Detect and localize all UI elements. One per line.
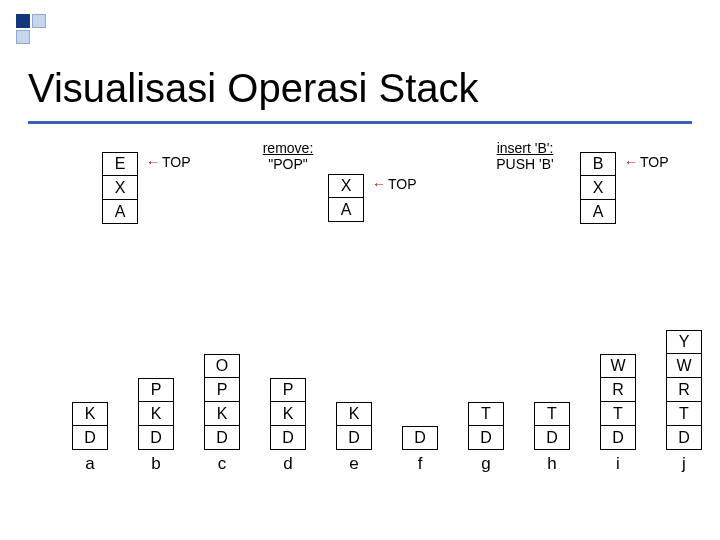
stack-cell: A xyxy=(328,198,364,222)
stack-cell: D xyxy=(270,426,306,450)
stack-cell: K xyxy=(138,402,174,426)
history-col-g: T D g xyxy=(468,402,504,450)
col-label: h xyxy=(547,454,556,474)
stack-cell: D xyxy=(336,426,372,450)
stack-cell: K xyxy=(270,402,306,426)
history-col-i: W R T D i xyxy=(600,354,636,450)
stack-cell: K xyxy=(336,402,372,426)
history-col-c: O P K D c xyxy=(204,354,240,450)
col-label: d xyxy=(283,454,292,474)
stack-cell: D xyxy=(402,426,438,450)
arrow-left-icon: ← xyxy=(624,154,638,170)
arrow-left-icon: ← xyxy=(372,176,386,192)
stack-cell: D xyxy=(468,426,504,450)
stack-after-push: B X A xyxy=(580,152,616,224)
history-col-e: K D e xyxy=(336,402,372,450)
stack-cell: X xyxy=(102,176,138,200)
op-pop-label: remove: "POP" xyxy=(252,140,324,172)
stack-cell: R xyxy=(666,378,702,402)
history-col-h: T D h xyxy=(534,402,570,450)
col-label: j xyxy=(682,454,686,474)
stack-cell: D xyxy=(204,426,240,450)
stack-cell: D xyxy=(534,426,570,450)
stack-cell: Y xyxy=(666,330,702,354)
history-col-f: D f xyxy=(402,426,438,450)
col-label: i xyxy=(616,454,620,474)
stack-cell: T xyxy=(534,402,570,426)
col-label: a xyxy=(85,454,94,474)
stack-cell: A xyxy=(580,200,616,224)
stack-cell: O xyxy=(204,354,240,378)
top-pointer-mid: ←TOP xyxy=(372,176,417,192)
stack-cell: T xyxy=(600,402,636,426)
stack-cell: P xyxy=(204,378,240,402)
stack-cell: P xyxy=(270,378,306,402)
stack-cell: D xyxy=(138,426,174,450)
col-label: c xyxy=(218,454,227,474)
stack-cell: W xyxy=(666,354,702,378)
stack-cell: W xyxy=(600,354,636,378)
col-label: f xyxy=(418,454,423,474)
title-rule xyxy=(28,121,692,124)
stack-cell: B xyxy=(580,152,616,176)
history-col-b: P K D b xyxy=(138,378,174,450)
stack-cell: K xyxy=(204,402,240,426)
arrow-left-icon: ← xyxy=(146,154,160,170)
history-col-j: Y W R T D j xyxy=(666,330,702,450)
top-pointer-left: ←TOP xyxy=(146,154,191,170)
col-label: b xyxy=(151,454,160,474)
top-row: E X A ←TOP remove: "POP" X A ←TOP insert… xyxy=(28,140,692,260)
stack-cell: A xyxy=(102,200,138,224)
stack-cell: D xyxy=(600,426,636,450)
stack-cell: K xyxy=(72,402,108,426)
col-label: e xyxy=(349,454,358,474)
slide-title: Visualisasi Operasi Stack xyxy=(28,66,692,111)
history-col-d: P K D d xyxy=(270,378,306,450)
stack-after-pop: X A xyxy=(328,174,364,222)
stack-cell: T xyxy=(468,402,504,426)
top-pointer-right: ←TOP xyxy=(624,154,669,170)
history-col-a: K D a xyxy=(72,402,108,450)
stack-cell: R xyxy=(600,378,636,402)
stack-initial: E X A xyxy=(102,152,138,224)
stack-cell: D xyxy=(72,426,108,450)
stack-cell: X xyxy=(580,176,616,200)
stack-cell: E xyxy=(102,152,138,176)
col-label: g xyxy=(481,454,490,474)
stack-cell: X xyxy=(328,174,364,198)
op-push-label: insert 'B': PUSH 'B' xyxy=(482,140,568,172)
stack-cell: T xyxy=(666,402,702,426)
stack-cell: D xyxy=(666,426,702,450)
history-row: K D a P K D b O P K D c P K xyxy=(28,282,692,472)
stack-cell: P xyxy=(138,378,174,402)
